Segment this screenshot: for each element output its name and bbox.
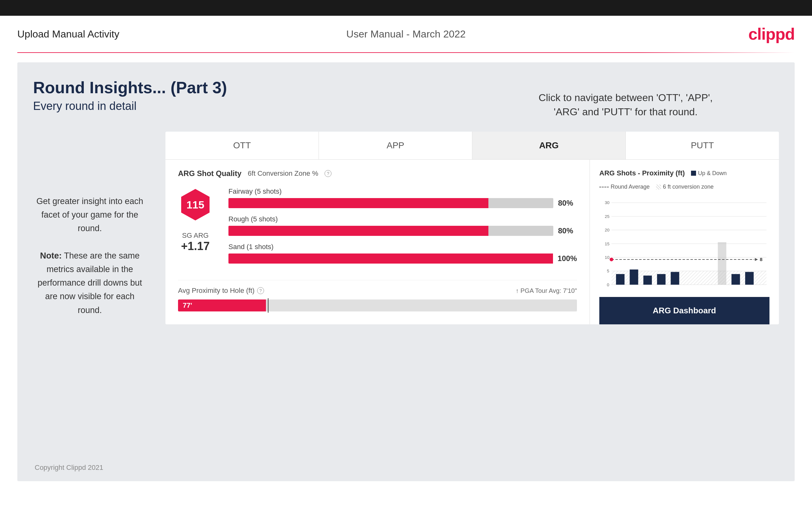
bar-fill-rough <box>229 226 489 236</box>
legend-hatched-icon <box>656 184 661 189</box>
tab-bar: OTT APP ARG PUTT <box>165 132 779 160</box>
chart-area: 0 5 10 15 20 25 30 <box>599 195 769 291</box>
bar-row-rough: Rough (5 shots) 80% <box>229 215 577 236</box>
bar-bg-fairway <box>229 198 553 208</box>
score-area: 115 SG ARG +1.17 Fairway (5 shots) <box>178 187 577 271</box>
legend-conversion-zone: 6 ft conversion zone <box>656 184 714 190</box>
hexagon-container: 115 SG ARG +1.17 <box>178 187 213 253</box>
clippd-logo: clippd <box>748 24 795 44</box>
svg-rect-25 <box>731 274 740 285</box>
sg-arg-area: SG ARG +1.17 <box>181 231 209 253</box>
tab-app[interactable]: APP <box>319 132 472 159</box>
sg-arg-value: +1.17 <box>181 240 209 253</box>
pga-avg: ↑ PGA Tour Avg: 7'10" <box>515 287 577 294</box>
main-content: Round Insights... (Part 3) Every round i… <box>17 62 795 481</box>
svg-rect-21 <box>644 276 652 285</box>
bar-row-fairway: Fairway (5 shots) 80% <box>229 187 577 208</box>
nav-hint: Click to navigate between 'OTT', 'APP', … <box>539 91 713 119</box>
sg-arg-label: SG ARG <box>181 231 209 240</box>
svg-text:25: 25 <box>605 214 609 219</box>
bar-pct-sand: 100% <box>558 254 577 263</box>
legend-dashed-icon <box>599 187 609 187</box>
svg-point-28 <box>610 258 613 261</box>
bar-bg-sand <box>229 253 553 264</box>
svg-text:5: 5 <box>607 269 609 273</box>
bar-pct-fairway: 80% <box>558 199 577 208</box>
header: Upload Manual Activity User Manual - Mar… <box>0 16 812 52</box>
bar-pct-rough: 80% <box>558 226 577 235</box>
svg-text:10: 10 <box>605 255 609 260</box>
proximity-label: Avg Proximity to Hole (ft) ? <box>178 287 264 295</box>
svg-text:15: 15 <box>605 241 609 246</box>
svg-rect-24 <box>718 242 726 285</box>
svg-rect-23 <box>671 272 679 285</box>
svg-text:0: 0 <box>607 282 609 287</box>
legend-square-icon <box>691 171 696 176</box>
hex-score-value: 115 <box>187 199 204 211</box>
card-body: ARG Shot Quality 6ft Conversion Zone % ?… <box>165 160 779 324</box>
legend-up-down: Up & Down <box>691 170 727 177</box>
svg-rect-19 <box>616 274 624 285</box>
svg-text:30: 30 <box>605 200 609 205</box>
bar-row-sand: Sand (1 shots) 100% <box>229 243 577 264</box>
chart-header: ARG Shots - Proximity (ft) Up & Down Rou… <box>599 169 769 190</box>
footer: Copyright Clippd 2021 <box>35 463 103 472</box>
svg-rect-26 <box>745 272 754 285</box>
shot-quality-label: ARG Shot Quality <box>178 169 241 178</box>
document-title: User Manual - March 2022 <box>346 29 466 40</box>
insight-text: Get greater insight into each facet of y… <box>33 194 147 317</box>
top-bar <box>0 0 812 16</box>
upload-manual-link[interactable]: Upload Manual Activity <box>17 29 119 40</box>
shot-quality-header: ARG Shot Quality 6ft Conversion Zone % ? <box>178 169 577 178</box>
left-panel: ARG Shot Quality 6ft Conversion Zone % ?… <box>165 160 590 324</box>
svg-marker-29 <box>755 258 758 261</box>
svg-text:20: 20 <box>605 228 609 232</box>
header-divider <box>17 52 795 53</box>
hex-score: 115 <box>178 187 213 222</box>
tab-putt[interactable]: PUTT <box>626 132 779 159</box>
conversion-label: 6ft Conversion Zone % <box>248 169 318 178</box>
arg-dashboard-button[interactable]: ARG Dashboard <box>599 297 769 324</box>
proximity-header: Avg Proximity to Hole (ft) ? ↑ PGA Tour … <box>178 287 577 295</box>
bar-fill-fairway <box>229 198 489 208</box>
bar-bg-rough <box>229 226 553 236</box>
proximity-chart: 0 5 10 15 20 25 30 <box>599 195 769 289</box>
bar-fill-sand <box>229 253 553 264</box>
dashboard-card: OTT APP ARG PUTT ARG Shot Quality 6ft Co… <box>165 132 779 324</box>
svg-text:8: 8 <box>760 257 763 262</box>
right-panel: ARG Shots - Proximity (ft) Up & Down Rou… <box>590 160 779 324</box>
svg-rect-20 <box>629 270 638 285</box>
chart-title: ARG Shots - Proximity (ft) <box>599 169 685 177</box>
proximity-cursor <box>268 298 268 313</box>
legend-round-avg: Round Average <box>599 184 650 190</box>
bar-label-rough: Rough (5 shots) <box>229 215 577 223</box>
proximity-bar-fill: 77' <box>178 299 266 312</box>
proximity-help-icon[interactable]: ? <box>257 287 264 294</box>
svg-rect-22 <box>657 274 665 285</box>
tab-arg[interactable]: ARG <box>472 132 626 159</box>
proximity-bar-bg: 77' <box>178 299 577 312</box>
conversion-help-icon[interactable]: ? <box>324 170 332 177</box>
bar-label-sand: Sand (1 shots) <box>229 243 577 251</box>
bars-container: Fairway (5 shots) 80% Rough (5 shots) <box>229 187 577 271</box>
tab-ott[interactable]: OTT <box>165 132 319 159</box>
proximity-section: Avg Proximity to Hole (ft) ? ↑ PGA Tour … <box>178 280 577 312</box>
bar-label-fairway: Fairway (5 shots) <box>229 187 577 195</box>
proximity-bar-wrap: 77' <box>178 299 577 312</box>
